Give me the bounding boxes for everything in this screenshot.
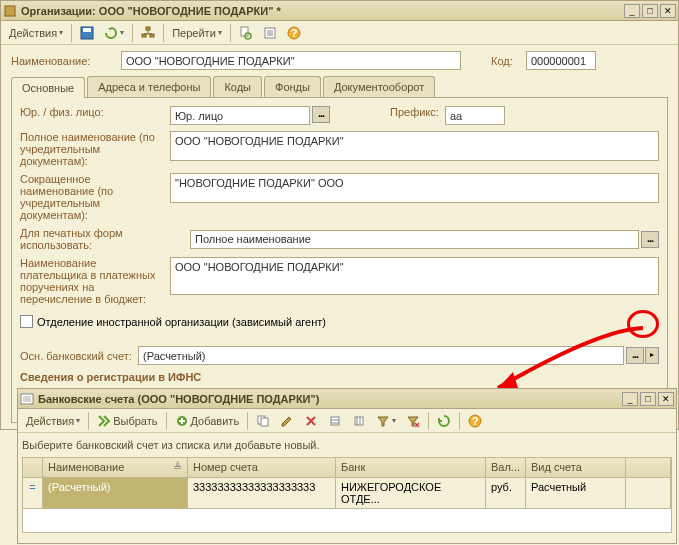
payer-row: Наименование плательщика в платежных пор… [20,257,659,305]
code-field[interactable] [526,51,596,70]
row-marker: = [23,478,43,508]
printform-row: Для печатных форм использовать: Полное н… [20,227,659,251]
svg-rect-3 [146,27,150,30]
cell-currency: руб. [486,478,526,508]
bank-open-button[interactable]: ▸ [645,347,659,364]
foreign-branch-checkbox[interactable] [20,315,33,328]
separator [71,24,72,42]
name-label: Наименование: [11,55,121,67]
sub-actions-menu[interactable]: Действия ▾ [22,413,84,429]
sub-titlebar: Банковские счета (ООО "НОВОГОДНИЕ ПОДАРК… [18,389,676,409]
sub-maximize-button[interactable]: □ [640,392,656,406]
edit-button[interactable] [276,412,298,430]
close-button[interactable]: ✕ [660,4,676,18]
legal-row: Юр. / физ. лицо: Юр. лицо ... Префикс: [20,106,659,125]
minimize-button[interactable]: _ [624,4,640,18]
list-icon [20,392,34,406]
tab-docflow[interactable]: Документооборот [323,76,435,97]
svg-rect-0 [5,6,15,16]
tab-main[interactable]: Основные [11,77,85,98]
tab-content: Юр. / физ. лицо: Юр. лицо ... Префикс: П… [11,97,668,423]
list-button[interactable] [259,24,281,42]
tab-addresses[interactable]: Адреса и телефоны [87,76,211,97]
bank-row: Осн. банковский счет: (Расчетный) ... ▸ [20,346,659,365]
filter-off-button[interactable] [402,412,424,430]
svg-rect-14 [261,418,268,426]
ifns-section-header: Сведения о регистрации в ИФНС [20,371,659,383]
move-up-button[interactable] [324,412,346,430]
help-button[interactable]: ? [283,24,305,42]
prefix-field[interactable] [445,106,505,125]
tab-codes[interactable]: Коды [213,76,262,97]
separator [88,412,89,430]
name-field[interactable] [121,51,461,70]
legal-label: Юр. / физ. лицо: [20,106,170,118]
copy-button[interactable] [252,412,274,430]
fullname-row: Полное наименование (по учредительным до… [20,131,659,167]
table-row[interactable]: = (Расчетный) 33333333333333333333 НИЖЕГ… [22,478,672,509]
printform-choose-button[interactable]: ... [641,231,659,248]
filter-button[interactable]: ▾ [372,412,400,430]
dropdown-icon: ▾ [59,28,63,37]
cell-number: 33333333333333333333 [188,478,336,508]
goto-menu[interactable]: Перейти ▾ [168,25,226,41]
tab-funds[interactable]: Фонды [264,76,321,97]
col-spacer [626,458,671,477]
sub-help-button[interactable]: ? [464,412,486,430]
actions-menu[interactable]: Действия ▾ [5,25,67,41]
shortname-field[interactable]: "НОВОГОДНИЕ ПОДАРКИ" ООО [170,173,659,203]
move-down-button[interactable] [348,412,370,430]
legal-choose-button[interactable]: ... [312,106,330,123]
col-name[interactable]: Наименование≜ [43,458,188,477]
printform-select[interactable]: Полное наименование [190,230,639,249]
mark-delete-button[interactable] [300,412,322,430]
report-button[interactable] [235,24,257,42]
foreign-branch-label: Отделение иностранной организации (завис… [37,316,326,328]
cell-spacer [626,478,671,508]
bank-choose-button[interactable]: ... [626,347,644,364]
tabs: Основные Адреса и телефоны Коды Фонды До… [11,76,668,97]
main-toolbar: Действия ▾ ▾ Перейти ▾ ? [1,21,678,45]
sub-minimize-button[interactable]: _ [622,392,638,406]
svg-rect-16 [355,417,363,425]
col-type[interactable]: Вид счета [526,458,626,477]
cell-bank: НИЖЕГОРОДСКОЕ ОТДЕ... [336,478,486,508]
main-title: Организации: ООО "НОВОГОДНИЕ ПОДАРКИ" * [21,5,624,17]
name-row: Наименование: Код: [11,51,668,70]
col-number[interactable]: Номер счета [188,458,336,477]
svg-rect-6 [241,27,248,36]
shortname-row: Сокращенное наименование (по учредительн… [20,173,659,221]
bank-select[interactable]: (Расчетный) [138,346,624,365]
separator [247,412,248,430]
col-currency[interactable]: Вал... [486,458,526,477]
main-titlebar: Организации: ООО "НОВОГОДНИЕ ПОДАРКИ" * … [1,1,678,21]
empty-row [22,509,672,533]
sub-toolbar: Действия ▾ Выбрать Добавить ▾ ? [18,409,676,433]
structure-button[interactable] [137,24,159,42]
svg-rect-2 [83,28,91,32]
cell-name: (Расчетный) [43,478,188,508]
add-button[interactable]: Добавить [171,412,244,430]
fullname-field[interactable]: ООО "НОВОГОДНИЕ ПОДАРКИ" [170,131,659,161]
reread-button[interactable]: ▾ [100,24,128,42]
svg-text:?: ? [290,27,297,39]
bank-label: Осн. банковский счет: [20,350,138,362]
grid-header: Наименование≜ Номер счета Банк Вал... Ви… [22,457,672,478]
col-marker[interactable] [23,458,43,477]
legal-select[interactable]: Юр. лицо [170,106,310,125]
separator [230,24,231,42]
sub-close-button[interactable]: ✕ [658,392,674,406]
maximize-button[interactable]: □ [642,4,658,18]
select-button[interactable]: Выбрать [93,412,161,430]
separator [163,24,164,42]
save-button[interactable] [76,24,98,42]
grid-container: Наименование≜ Номер счета Банк Вал... Ви… [18,457,676,533]
hint-text: Выберите банковский счет из списка или д… [22,439,672,451]
separator [459,412,460,430]
svg-rect-15 [331,417,339,425]
payer-field[interactable]: ООО "НОВОГОДНИЕ ПОДАРКИ" [170,257,659,295]
separator [166,412,167,430]
form-body: Наименование: Код: Основные Адреса и тел… [1,45,678,429]
refresh-button[interactable] [433,412,455,430]
col-bank[interactable]: Банк [336,458,486,477]
